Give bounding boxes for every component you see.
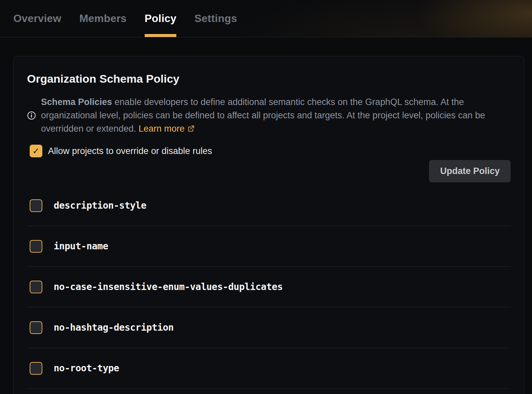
rule-name: no-root-type (54, 363, 119, 374)
policy-description: Schema Policies enable developers to def… (41, 95, 498, 135)
policy-description-lead: Schema Policies (41, 97, 112, 107)
learn-more-label: Learn more (139, 124, 185, 134)
schema-policy-card: Organization Schema Policy Schema Polici… (13, 56, 524, 394)
tab-overview[interactable]: Overview (13, 0, 61, 37)
info-circle-icon (27, 111, 36, 120)
tab-members-label: Members (79, 12, 127, 25)
rule-row-description-style: description-style (27, 185, 511, 226)
update-policy-button[interactable]: Update Policy (429, 160, 511, 182)
policy-page: Organization Schema Policy Schema Polici… (0, 37, 532, 394)
override-rules-label: Allow projects to override or disable ru… (48, 146, 212, 156)
rule-row-input-name: input-name (27, 226, 511, 267)
policy-rules-list: description-style input-name no-case-ins… (27, 185, 511, 389)
rule-checkbox-description-style[interactable] (30, 199, 42, 212)
tab-members[interactable]: Members (79, 0, 127, 37)
rule-checkbox-input-name[interactable] (30, 240, 42, 253)
page-title: Organization Schema Policy (27, 72, 511, 85)
external-link-icon (187, 125, 195, 132)
organization-tabs-header: Overview Members Policy Settings (0, 0, 532, 37)
tab-overview-label: Overview (13, 12, 61, 25)
rule-name: no-case-insensitive-enum-values-duplicat… (54, 281, 283, 292)
rule-name: description-style (54, 200, 146, 211)
checkmark-icon: ✓ (32, 146, 40, 156)
tab-settings[interactable]: Settings (194, 0, 237, 37)
active-tab-underline (145, 34, 176, 37)
rule-checkbox-no-root-type[interactable] (30, 362, 42, 375)
tab-policy[interactable]: Policy (145, 0, 176, 37)
rule-row-no-root-type: no-root-type (27, 348, 511, 389)
rule-row-no-hashtag-description: no-hashtag-description (27, 307, 511, 348)
actions-row: Update Policy (27, 160, 511, 182)
tab-policy-label: Policy (145, 12, 176, 25)
rule-name: input-name (54, 241, 108, 252)
rule-checkbox-no-hashtag-description[interactable] (30, 321, 42, 334)
rule-checkbox-no-case-insensitive-enum-values-duplicates[interactable] (30, 281, 42, 293)
tab-settings-label: Settings (194, 12, 237, 25)
override-rules-row: ✓ Allow projects to override or disable … (27, 145, 511, 157)
learn-more-link[interactable]: Learn more (139, 124, 195, 134)
rule-name: no-hashtag-description (54, 322, 174, 333)
rule-row-no-case-insensitive-enum-values-duplicates: no-case-insensitive-enum-values-duplicat… (27, 267, 511, 307)
override-rules-checkbox[interactable]: ✓ (30, 145, 42, 157)
policy-info-callout: Schema Policies enable developers to def… (27, 95, 511, 135)
